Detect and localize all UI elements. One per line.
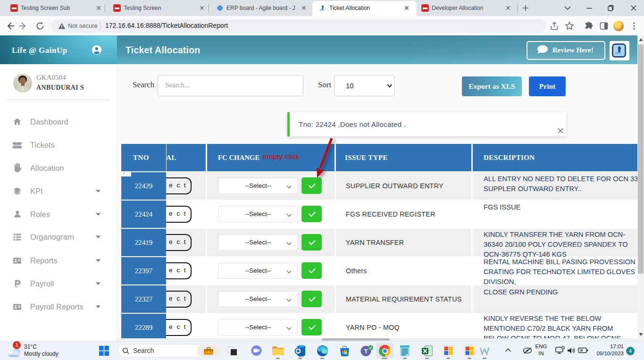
svg-text:T: T [364, 348, 368, 355]
